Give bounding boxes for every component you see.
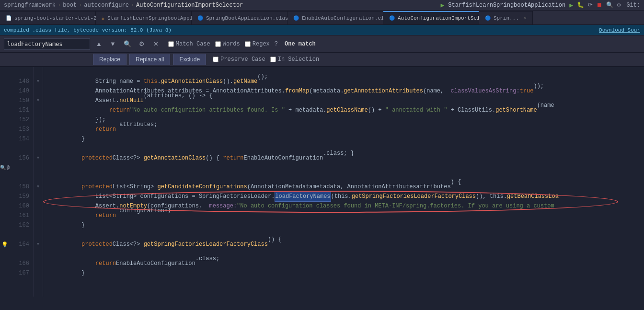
words-label[interactable]: Words — [215, 41, 240, 47]
git-label: Git: — [626, 2, 640, 9]
tab-springbootapp[interactable]: 🔵 SpringBootApplication.class ✕ — [192, 11, 288, 24]
tab-enableauto[interactable]: 🔵 EnableAutoConfiguration.class ✕ — [288, 11, 383, 24]
info-bar: compiled .class file, bytecode version: … — [0, 25, 644, 35]
fold-arrow-164[interactable]: ▼ — [37, 242, 39, 247]
code-line-empty3 — [47, 163, 640, 172]
in-selection-text: In Selection — [278, 56, 319, 63]
fold-arrow-158[interactable]: ▼ — [37, 184, 39, 189]
class2-tab-icon: 🔵 — [293, 15, 299, 21]
java-tab-icon: ☕ — [102, 15, 104, 21]
words-checkbox[interactable] — [215, 41, 221, 47]
breadcrumb-sep1: › — [58, 2, 61, 9]
search-bar: ▲ ▼ 🔍 ⚙ ✕ Match Case Words Regex ? One m… — [0, 35, 644, 53]
code-line-159: List<String> configurations = SpringFact… — [47, 192, 640, 201]
match-case-label[interactable]: Match Case — [168, 41, 210, 47]
code-line-empty6 — [47, 249, 640, 259]
search-find-btn[interactable]: 🔍 — [122, 39, 133, 48]
replace-button[interactable]: Replace — [93, 54, 126, 65]
search-next-btn[interactable]: ▼ — [108, 39, 118, 48]
match-count: One match — [285, 41, 316, 47]
left-sidebar: 🔍 @ 💡 — [0, 67, 10, 297]
search-prev-btn[interactable]: ▲ — [94, 39, 104, 48]
regex-label[interactable]: Regex — [245, 41, 270, 47]
code-editor[interactable]: String name = this.getAnnotationClass().… — [43, 67, 644, 297]
file-tabs: 📄 spring-boot-starter-test-2.2.2.RELEASE… — [0, 11, 644, 25]
preserve-case-label[interactable]: Preserve Case — [213, 56, 265, 63]
debug-icon[interactable]: 🐛 — [577, 1, 584, 9]
match-case-text: Match Case — [176, 41, 210, 47]
tab-enableauto-label: EnableAutoConfiguration.class — [302, 15, 393, 21]
class4-tab-icon: 🔵 — [485, 15, 491, 21]
bookmark-icon[interactable]: 🔍 — [0, 165, 6, 171]
code-line-153: return attributes; — [47, 125, 640, 134]
search-filter-btn[interactable]: ⚙ — [137, 39, 147, 48]
code-line-empty4 — [47, 172, 640, 182]
tab-springbootapp-label: SpringBootApplication.class — [206, 15, 291, 21]
compiled-info-text: compiled .class file, bytecode version: … — [4, 27, 172, 33]
regex-help-icon[interactable]: ? — [275, 41, 278, 47]
search-options: Match Case Words Regex ? One match — [168, 41, 316, 47]
breadcrumb-springframework[interactable]: springframework — [4, 2, 56, 9]
code-line-166: return EnableAutoConfiguration.class; — [47, 259, 640, 268]
fold-arrow-148[interactable]: ▼ — [37, 79, 39, 84]
match-case-checkbox[interactable] — [168, 41, 174, 47]
code-line-158: protected List<String> getCandidateConfi… — [47, 182, 640, 192]
pom-tab-icon: 📄 — [6, 15, 12, 21]
code-line-151: return "No auto-configuration attributes… — [47, 105, 640, 115]
app-name-label: StarfishLearnSpringbootApplication — [448, 2, 565, 9]
replace-buttons: Replace Replace all Exclude — [93, 54, 206, 65]
run-icon[interactable]: ▶ — [440, 1, 444, 9]
breadcrumb-sep3: › — [131, 2, 134, 9]
bulb-icon[interactable]: 💡 — [0, 240, 10, 249]
replace-options: Preserve Case In Selection — [213, 56, 319, 63]
preserve-case-checkbox[interactable] — [213, 57, 218, 62]
preserve-case-text: Preserve Case — [220, 56, 265, 63]
words-text: Words — [223, 41, 240, 47]
coverage-icon[interactable]: ⟳ — [588, 1, 593, 9]
breadcrumb-sep2: › — [79, 2, 82, 9]
search-replace-bar: Replace Replace all Exclude Preserve Cas… — [0, 53, 644, 67]
exclude-button[interactable]: Exclude — [173, 54, 206, 65]
search-input[interactable] — [4, 38, 90, 50]
breadcrumb-bar: springframework › boot › autoconfigure ›… — [0, 0, 644, 11]
tab-starfish-java[interactable]: ☕ StarfishLearnSpringbootApplication.jav… — [96, 11, 192, 24]
replace-all-button[interactable]: Replace all — [129, 54, 170, 65]
code-line-162: } — [47, 220, 640, 230]
code-line-empty5 — [47, 230, 640, 240]
fold-gutter: ▼ ▼ ▼ ▼ ▼ — [34, 67, 43, 297]
code-line-149: AnnotationAttributes attributes = Annota… — [47, 86, 640, 96]
download-source-link[interactable]: Download Sour — [599, 27, 640, 33]
code-area: 🔍 @ 💡 148 149 150 151 152 153 154 156 15… — [0, 67, 644, 297]
code-line-156: protected Class<?> getAnnotationClass() … — [47, 153, 640, 163]
fold-arrow-156[interactable]: ▼ — [37, 156, 39, 161]
code-line-167: } — [47, 268, 640, 278]
regex-text: Regex — [253, 41, 270, 47]
line-numbers: 148 149 150 151 152 153 154 156 158 159 … — [10, 67, 34, 297]
tab-spring-extra[interactable]: 🔵 Sprin... ✕ — [479, 11, 533, 24]
class1-tab-icon: 🔵 — [197, 15, 203, 21]
breadcrumb-autoconfigure[interactable]: autoconfigure — [84, 2, 129, 9]
code-line-empty1 — [47, 67, 640, 77]
fold-arrow-150[interactable]: ▼ — [37, 98, 39, 103]
settings-icon[interactable]: ⚙ — [617, 1, 621, 9]
search-close-btn[interactable]: ✕ — [151, 39, 161, 48]
code-line-148: String name = this.getAnnotationClass().… — [47, 77, 640, 86]
in-selection-checkbox[interactable] — [270, 57, 276, 62]
tab-pom[interactable]: 📄 spring-boot-starter-test-2.2.2.RELEASE… — [0, 11, 96, 24]
code-line-164: protected Class<?> getSpringFactoriesLoa… — [47, 240, 640, 249]
class3-tab-icon: 🔵 — [389, 15, 395, 21]
run-green-icon[interactable]: ▶ — [569, 1, 573, 9]
in-selection-label[interactable]: In Selection — [270, 56, 319, 63]
tab-spring-extra-label: Sprin... — [494, 15, 519, 21]
search-icon[interactable]: 🔍 — [606, 1, 613, 9]
code-line-154: } — [47, 134, 640, 144]
tab-autoimport[interactable]: 🔵 AutoConfigurationImportSelector.class … — [383, 11, 479, 24]
breadcrumb-boot[interactable]: boot — [63, 2, 77, 9]
code-line-161: return configurations; — [47, 211, 640, 220]
regex-checkbox[interactable] — [245, 41, 251, 47]
breadcrumb-current: AutoConfigurationImportSelector — [136, 2, 243, 9]
tab-spring-extra-close[interactable]: ✕ — [524, 15, 527, 21]
stop-icon[interactable]: ⏹ — [597, 1, 602, 9]
